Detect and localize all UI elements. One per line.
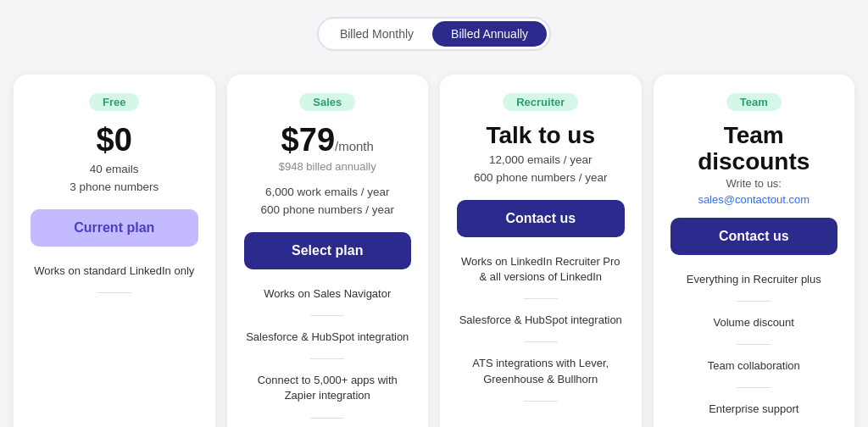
plan-feature-item: Team collaboration bbox=[670, 358, 838, 374]
plan-feature-item: Salesforce & HubSpot integration bbox=[244, 330, 412, 345]
plan-feature-item: Connect to 5,000+ apps with Zapier integ… bbox=[244, 373, 412, 403]
plan-feature-item: Works on Sales Navigator bbox=[244, 286, 412, 302]
plan-price-sales: $79/month bbox=[281, 123, 374, 158]
plan-cta-recruiter[interactable]: Contact us bbox=[457, 200, 625, 237]
plan-price-free: $0 bbox=[97, 123, 132, 158]
plan-desc-free: 40 emails3 phone numbers bbox=[70, 160, 159, 197]
plan-card-recruiter: RecruiterTalk to us12,000 emails / year6… bbox=[440, 75, 642, 427]
plan-card-sales: Sales$79/month$948 billed annually6,000 … bbox=[227, 75, 429, 427]
plan-cta-sales[interactable]: Select plan bbox=[244, 232, 412, 269]
plan-price-sub-sales: $948 billed annually bbox=[279, 160, 376, 173]
plan-cta-team[interactable]: Contact us bbox=[670, 218, 838, 255]
plan-features-team: Everything in Recruiter plusVolume disco… bbox=[670, 272, 838, 427]
plan-desc-recruiter: 12,000 emails / year600 phone numbers / … bbox=[474, 151, 608, 188]
plan-features-recruiter: Works on LinkedIn Recruiter Pro & all ve… bbox=[457, 254, 625, 408]
plan-email-link-team[interactable]: sales@contactout.com bbox=[698, 193, 810, 206]
plan-desc-sales: 6,000 work emails / year600 phone number… bbox=[260, 183, 394, 220]
plan-features-free: Works on standard LinkedIn only bbox=[31, 263, 198, 300]
plan-write-to-team: Write to us: bbox=[726, 177, 782, 190]
plan-card-free: Free$040 emails3 phone numbersCurrent pl… bbox=[14, 75, 215, 427]
plan-feature-item: Volume discount bbox=[670, 315, 838, 330]
plan-feature-item: Enterprise support bbox=[670, 402, 838, 417]
plan-price-team: Team discounts bbox=[670, 123, 838, 175]
plan-feature-item: Works on LinkedIn Recruiter Pro & all ve… bbox=[457, 254, 625, 285]
billing-toggle[interactable]: Billed Monthly Billed Annually bbox=[317, 17, 551, 51]
plan-badge-sales: Sales bbox=[299, 93, 355, 111]
plan-badge-team: Team bbox=[726, 93, 782, 111]
plan-feature-item: ATS integrations with Lever, Greenhouse … bbox=[457, 356, 625, 386]
billing-annually-button[interactable]: Billed Annually bbox=[432, 21, 547, 47]
plan-feature-item: Works on standard LinkedIn only bbox=[31, 263, 198, 279]
plan-price-recruiter: Talk to us bbox=[486, 123, 595, 149]
billing-monthly-button[interactable]: Billed Monthly bbox=[321, 21, 432, 47]
plan-feature-item: Everything in Recruiter plus bbox=[670, 272, 838, 287]
plans-grid: Free$040 emails3 phone numbersCurrent pl… bbox=[14, 75, 854, 427]
plan-badge-free: Free bbox=[89, 93, 139, 111]
plan-badge-recruiter: Recruiter bbox=[503, 93, 578, 111]
plan-card-team: TeamTeam discountsWrite to us:sales@cont… bbox=[654, 75, 855, 427]
plan-feature-item: Salesforce & HubSpot integration bbox=[457, 313, 625, 328]
plan-cta-free[interactable]: Current plan bbox=[31, 209, 198, 247]
plan-features-sales: Works on Sales NavigatorSalesforce & Hub… bbox=[244, 286, 412, 425]
